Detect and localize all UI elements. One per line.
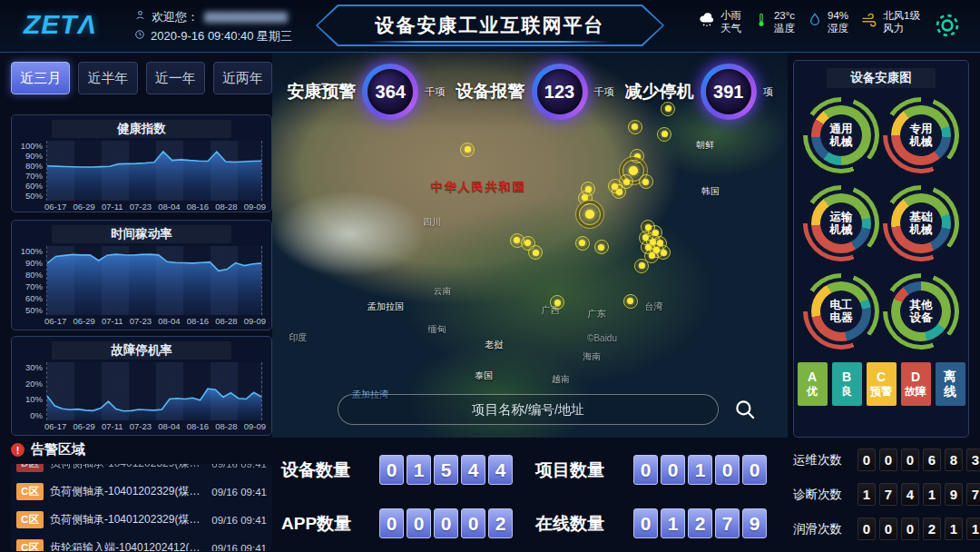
project-marker[interactable] xyxy=(575,236,590,251)
project-marker[interactable] xyxy=(460,143,475,157)
legend-离线: 离线 xyxy=(936,362,965,406)
project-search-input[interactable] xyxy=(338,395,718,424)
kpi-value: 391 xyxy=(706,69,751,114)
gauge-label: 通用机械 xyxy=(830,123,853,148)
alert-exclamation-icon: ! xyxy=(11,443,24,457)
map-label: 越南 xyxy=(552,373,570,386)
project-marker[interactable] xyxy=(594,240,609,254)
map-label: 泰国 xyxy=(475,370,493,382)
digit-box: 2 xyxy=(923,518,941,540)
digit-box: 1 xyxy=(661,508,685,538)
project-marker[interactable] xyxy=(579,203,601,225)
filter-1-year[interactable]: 近一年 xyxy=(146,62,205,94)
gauge-电工电器: 电工电器 xyxy=(803,273,879,350)
filter-2-years[interactable]: 近两年 xyxy=(213,62,272,94)
dashboard-root: ZETΛ 欢迎您： 2020-9-16 09:40:40 星期三 设备安康工业互… xyxy=(0,0,980,552)
digit-box: 2 xyxy=(488,508,513,538)
weather-item: 小雨天气 xyxy=(698,9,741,34)
digit-box: 0 xyxy=(434,508,458,538)
digit-box: 2 xyxy=(688,508,712,538)
weather-text: 94%湿度 xyxy=(828,9,848,34)
user-icon xyxy=(134,7,146,26)
gauge-label: 其他设备 xyxy=(910,299,933,324)
map-label: 缅甸 xyxy=(428,323,446,336)
digit-box: 0 xyxy=(879,518,897,540)
digit-box: 0 xyxy=(715,455,740,485)
weather-text: 北风1级风力 xyxy=(883,9,920,34)
china-map[interactable]: 中华人民共和国朝鲜韩国印度孟加拉国缅甸老挝泰国越南海南台湾四川云南广西广东孟加拉… xyxy=(272,53,788,438)
alert-text: 齿轮箱输入端-10401202412(2#（2V）... xyxy=(50,540,205,551)
side-counter-label: 运维次数 xyxy=(793,452,849,468)
counter-label: 项目数量 xyxy=(535,458,622,482)
datetime-text: 2020-9-16 09:40:40 星期三 xyxy=(151,26,292,45)
digit-box: 1 xyxy=(688,455,712,485)
search-icon[interactable] xyxy=(733,398,757,425)
digit-box: 0 xyxy=(858,448,876,471)
project-marker[interactable] xyxy=(634,259,649,273)
digit-box: 0 xyxy=(633,508,658,538)
map-label: 台湾 xyxy=(644,301,662,313)
digit-box: 7 xyxy=(715,508,740,538)
device-health-panel-title: 设备安康图 xyxy=(827,68,936,88)
alert-text: 负荷侧轴承-10401202329(煤气引风机电... xyxy=(50,512,205,527)
digit-box: 5 xyxy=(434,455,458,485)
gauge-基础机械: 基础机械 xyxy=(883,185,959,261)
counter-APP数量: APP数量00002 xyxy=(281,508,535,538)
digit-box: 0 xyxy=(661,455,685,485)
digit-box: 0 xyxy=(879,448,897,471)
digit-box: 1 xyxy=(407,455,431,485)
page-title-frame: 设备安康工业互联网平台 xyxy=(316,5,664,46)
project-marker[interactable] xyxy=(528,245,543,260)
map-label-country: 中华人民共和国 xyxy=(431,179,526,195)
alert-zone-badge: C区 xyxy=(16,539,44,551)
map-label: 韩国 xyxy=(701,185,720,198)
digit-box: 3 xyxy=(966,448,980,471)
kpi-安康预警: 安康预警364千项 xyxy=(287,64,445,120)
settings-gear-icon[interactable] xyxy=(933,11,962,44)
chart-body: 30%20%10%0% xyxy=(12,360,271,420)
alert-area-title: ! 告警区域 xyxy=(11,441,272,458)
filter-3-months[interactable]: 近三月 xyxy=(11,62,70,94)
project-marker[interactable] xyxy=(639,174,653,189)
counter-digits: 01544 xyxy=(379,455,513,485)
welcome-label: 欢迎您： xyxy=(152,7,199,26)
project-marker[interactable] xyxy=(612,184,626,199)
alert-list-item[interactable]: C区负荷侧轴承-10401202329(煤气引风机电...09/16 09:41 xyxy=(11,506,272,534)
digit-box: 1 xyxy=(923,483,941,506)
chart-panel-health-index: 健康指数100%90%80%70%60%50%06-1706-2907-1107… xyxy=(11,114,272,212)
side-counter-digits: 000211 xyxy=(858,518,980,540)
project-marker[interactable] xyxy=(628,120,642,134)
weather-item: 北风1级风力 xyxy=(860,9,920,34)
map-label: 四川 xyxy=(423,216,441,229)
project-marker[interactable] xyxy=(657,127,671,142)
gauge-grid: 通用机械专用机械运输机械基础机械电工电器其他设备 xyxy=(794,90,968,350)
chart-panel-time-operation-rate: 时间稼动率100%90%80%70%60%50%06-1706-2907-110… xyxy=(11,220,272,330)
kpi-减少停机: 减少停机391项 xyxy=(625,64,773,120)
alert-time: 09/16 09:41 xyxy=(211,487,267,498)
chart-y-axis: 30%20%10%0% xyxy=(17,362,46,420)
gauge-其他设备: 其他设备 xyxy=(883,273,959,350)
humidity-drop-icon xyxy=(807,12,823,32)
alert-list-item[interactable]: C区齿轮箱输入端-10401202412(2#（2V）...09/16 09:4… xyxy=(11,534,272,551)
project-search-bar[interactable] xyxy=(338,394,719,425)
counter-在线数量: 在线数量01279 xyxy=(535,508,789,538)
legend-良: B良 xyxy=(832,362,862,406)
project-marker[interactable] xyxy=(623,294,638,309)
digit-box: 9 xyxy=(742,508,767,538)
alert-list-item[interactable]: D区负荷侧轴承-10401202329(煤气引风机电...09/16 09:41 xyxy=(11,464,272,478)
alert-area: ! 告警区域 D区负荷侧轴承-10401202329(煤气引风机电...09/1… xyxy=(11,441,272,552)
weather-item: 23°c温度 xyxy=(753,9,795,34)
filter-6-months[interactable]: 近半年 xyxy=(78,62,137,94)
side-counter-label: 润滑次数 xyxy=(793,521,849,537)
kpi-ring: 391 xyxy=(701,64,757,120)
kpi-value: 364 xyxy=(368,69,413,114)
alert-list-item[interactable]: C区负荷侧轴承-10401202329(煤气引风机电...09/16 09:41 xyxy=(11,478,272,506)
header-bar: ZETΛ 欢迎您： 2020-9-16 09:40:40 星期三 设备安康工业互… xyxy=(0,0,980,53)
weather-strip: 小雨天气23°c温度94%湿度北风1级风力 xyxy=(698,9,920,34)
chart-x-axis: 06-1706-2907-1107-2308-0408-1608-2809-09 xyxy=(12,315,271,330)
weather-text: 小雨天气 xyxy=(720,9,741,34)
project-marker[interactable] xyxy=(550,295,564,310)
map-label: 孟加拉国 xyxy=(368,301,404,313)
counter-项目数量: 项目数量00100 xyxy=(535,455,789,485)
counter-label: 在线数量 xyxy=(535,512,622,536)
